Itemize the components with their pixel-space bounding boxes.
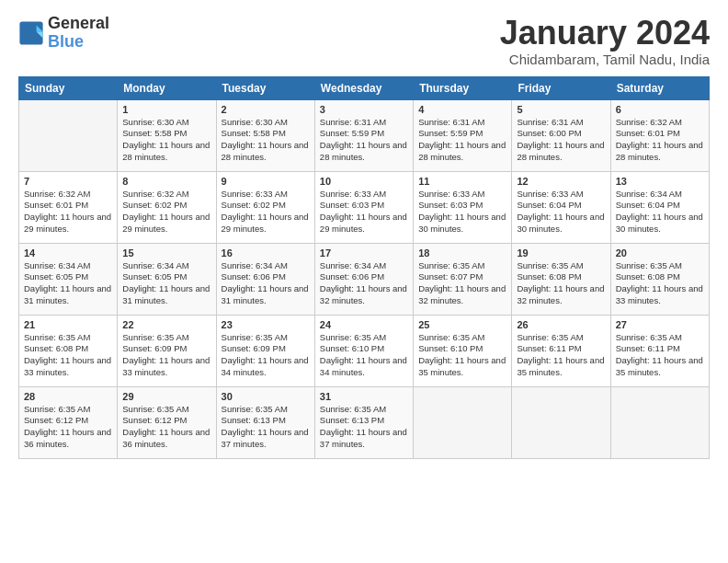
day-number: 13	[616, 176, 704, 187]
day-info: Sunrise: 6:32 AM Sunset: 6:02 PM Dayligh…	[122, 189, 210, 236]
day-number: 5	[517, 104, 605, 115]
day-info: Sunrise: 6:34 AM Sunset: 6:05 PM Dayligh…	[122, 260, 210, 307]
calendar-cell: 6Sunrise: 6:32 AM Sunset: 6:01 PM Daylig…	[610, 99, 709, 171]
calendar-cell: 25Sunrise: 6:35 AM Sunset: 6:10 PM Dayli…	[414, 315, 512, 386]
day-number: 11	[418, 176, 506, 187]
location: Chidambaram, Tamil Nadu, India	[500, 52, 710, 67]
calendar-cell: 14Sunrise: 6:34 AM Sunset: 6:05 PM Dayli…	[19, 243, 118, 315]
day-info: Sunrise: 6:30 AM Sunset: 5:58 PM Dayligh…	[122, 117, 210, 164]
day-info: Sunrise: 6:35 AM Sunset: 6:08 PM Dayligh…	[517, 260, 605, 307]
day-header-monday: Monday	[118, 76, 216, 99]
calendar-cell: 20Sunrise: 6:35 AM Sunset: 6:08 PM Dayli…	[610, 243, 709, 315]
day-info: Sunrise: 6:35 AM Sunset: 6:12 PM Dayligh…	[122, 404, 210, 451]
day-header-tuesday: Tuesday	[216, 76, 314, 99]
calendar-cell: 9Sunrise: 6:33 AM Sunset: 6:02 PM Daylig…	[216, 171, 314, 243]
day-info: Sunrise: 6:31 AM Sunset: 5:59 PM Dayligh…	[418, 117, 506, 164]
calendar-cell: 4Sunrise: 6:31 AM Sunset: 5:59 PM Daylig…	[414, 99, 512, 171]
calendar-cell: 29Sunrise: 6:35 AM Sunset: 6:12 PM Dayli…	[118, 386, 216, 458]
day-info: Sunrise: 6:35 AM Sunset: 6:13 PM Dayligh…	[320, 404, 408, 451]
calendar-cell: 24Sunrise: 6:35 AM Sunset: 6:10 PM Dayli…	[314, 315, 413, 386]
calendar-cell: 10Sunrise: 6:33 AM Sunset: 6:03 PM Dayli…	[314, 171, 413, 243]
day-number: 3	[320, 104, 408, 115]
calendar-cell: 12Sunrise: 6:33 AM Sunset: 6:04 PM Dayli…	[512, 171, 610, 243]
calendar-table: SundayMondayTuesdayWednesdayThursdayFrid…	[18, 76, 710, 459]
logo-icon	[18, 20, 44, 46]
calendar-cell: 1Sunrise: 6:30 AM Sunset: 5:58 PM Daylig…	[118, 99, 216, 171]
day-info: Sunrise: 6:31 AM Sunset: 6:00 PM Dayligh…	[517, 117, 605, 164]
day-number: 15	[122, 247, 210, 259]
calendar-cell: 18Sunrise: 6:35 AM Sunset: 6:07 PM Dayli…	[414, 243, 512, 315]
day-info: Sunrise: 6:33 AM Sunset: 6:03 PM Dayligh…	[320, 189, 408, 236]
calendar-cell: 13Sunrise: 6:34 AM Sunset: 6:04 PM Dayli…	[610, 171, 709, 243]
calendar-cell	[19, 99, 118, 171]
logo-line2: Blue	[48, 33, 109, 52]
day-number: 19	[517, 247, 605, 259]
day-number: 26	[517, 319, 605, 330]
day-number: 31	[320, 391, 408, 402]
logo-line1: General	[48, 15, 109, 33]
calendar-cell: 31Sunrise: 6:35 AM Sunset: 6:13 PM Dayli…	[314, 386, 413, 458]
week-row-2: 7Sunrise: 6:32 AM Sunset: 6:01 PM Daylig…	[19, 171, 710, 243]
day-info: Sunrise: 6:35 AM Sunset: 6:11 PM Dayligh…	[616, 332, 704, 379]
day-info: Sunrise: 6:34 AM Sunset: 6:04 PM Dayligh…	[616, 189, 704, 236]
day-header-wednesday: Wednesday	[314, 76, 413, 99]
day-info: Sunrise: 6:34 AM Sunset: 6:06 PM Dayligh…	[320, 260, 408, 307]
day-info: Sunrise: 6:35 AM Sunset: 6:13 PM Dayligh…	[222, 404, 310, 451]
week-row-5: 28Sunrise: 6:35 AM Sunset: 6:12 PM Dayli…	[19, 386, 710, 458]
day-info: Sunrise: 6:35 AM Sunset: 6:12 PM Dayligh…	[24, 404, 112, 451]
day-number: 29	[122, 391, 210, 402]
day-number: 7	[24, 176, 112, 187]
day-info: Sunrise: 6:35 AM Sunset: 6:08 PM Dayligh…	[24, 332, 112, 379]
day-info: Sunrise: 6:32 AM Sunset: 6:01 PM Dayligh…	[24, 189, 112, 236]
day-number: 23	[222, 319, 310, 330]
day-number: 14	[24, 247, 112, 259]
day-header-saturday: Saturday	[610, 76, 709, 99]
calendar-cell: 28Sunrise: 6:35 AM Sunset: 6:12 PM Dayli…	[19, 386, 118, 458]
header-row: SundayMondayTuesdayWednesdayThursdayFrid…	[19, 76, 710, 99]
day-number: 20	[616, 247, 704, 259]
day-header-friday: Friday	[512, 76, 610, 99]
day-info: Sunrise: 6:35 AM Sunset: 6:11 PM Dayligh…	[517, 332, 605, 379]
calendar-cell: 21Sunrise: 6:35 AM Sunset: 6:08 PM Dayli…	[19, 315, 118, 386]
day-info: Sunrise: 6:32 AM Sunset: 6:01 PM Dayligh…	[616, 117, 704, 164]
calendar-cell: 27Sunrise: 6:35 AM Sunset: 6:11 PM Dayli…	[610, 315, 709, 386]
page-container: General Blue January 2024 Chidambaram, T…	[0, 0, 728, 470]
day-info: Sunrise: 6:35 AM Sunset: 6:09 PM Dayligh…	[222, 332, 310, 379]
logo-text: General Blue	[48, 15, 109, 52]
day-info: Sunrise: 6:35 AM Sunset: 6:07 PM Dayligh…	[418, 260, 506, 307]
day-number: 1	[122, 104, 210, 115]
day-number: 2	[222, 104, 310, 115]
day-number: 21	[24, 319, 112, 330]
day-number: 12	[517, 176, 605, 187]
calendar-cell: 22Sunrise: 6:35 AM Sunset: 6:09 PM Dayli…	[118, 315, 216, 386]
week-row-4: 21Sunrise: 6:35 AM Sunset: 6:08 PM Dayli…	[19, 315, 710, 386]
day-info: Sunrise: 6:34 AM Sunset: 6:05 PM Dayligh…	[24, 260, 112, 307]
day-info: Sunrise: 6:35 AM Sunset: 6:10 PM Dayligh…	[418, 332, 506, 379]
calendar-cell: 11Sunrise: 6:33 AM Sunset: 6:03 PM Dayli…	[414, 171, 512, 243]
title-block: January 2024 Chidambaram, Tamil Nadu, In…	[500, 15, 710, 67]
day-number: 9	[222, 176, 310, 187]
calendar-cell: 26Sunrise: 6:35 AM Sunset: 6:11 PM Dayli…	[512, 315, 610, 386]
day-number: 10	[320, 176, 408, 187]
day-header-thursday: Thursday	[414, 76, 512, 99]
calendar-cell: 17Sunrise: 6:34 AM Sunset: 6:06 PM Dayli…	[314, 243, 413, 315]
calendar-cell: 15Sunrise: 6:34 AM Sunset: 6:05 PM Dayli…	[118, 243, 216, 315]
calendar-cell	[414, 386, 512, 458]
week-row-3: 14Sunrise: 6:34 AM Sunset: 6:05 PM Dayli…	[19, 243, 710, 315]
calendar-cell	[610, 386, 709, 458]
day-info: Sunrise: 6:33 AM Sunset: 6:02 PM Dayligh…	[222, 189, 310, 236]
day-header-sunday: Sunday	[19, 76, 118, 99]
calendar-cell: 5Sunrise: 6:31 AM Sunset: 6:00 PM Daylig…	[512, 99, 610, 171]
calendar-cell: 7Sunrise: 6:32 AM Sunset: 6:01 PM Daylig…	[19, 171, 118, 243]
calendar-cell: 3Sunrise: 6:31 AM Sunset: 5:59 PM Daylig…	[314, 99, 413, 171]
day-info: Sunrise: 6:35 AM Sunset: 6:10 PM Dayligh…	[320, 332, 408, 379]
day-info: Sunrise: 6:31 AM Sunset: 5:59 PM Dayligh…	[320, 117, 408, 164]
calendar-cell: 8Sunrise: 6:32 AM Sunset: 6:02 PM Daylig…	[118, 171, 216, 243]
day-number: 6	[616, 104, 704, 115]
day-number: 24	[320, 319, 408, 330]
day-info: Sunrise: 6:35 AM Sunset: 6:08 PM Dayligh…	[616, 260, 704, 307]
day-info: Sunrise: 6:34 AM Sunset: 6:06 PM Dayligh…	[222, 260, 310, 307]
calendar-cell: 2Sunrise: 6:30 AM Sunset: 5:58 PM Daylig…	[216, 99, 314, 171]
calendar-cell: 23Sunrise: 6:35 AM Sunset: 6:09 PM Dayli…	[216, 315, 314, 386]
logo: General Blue	[18, 15, 109, 52]
